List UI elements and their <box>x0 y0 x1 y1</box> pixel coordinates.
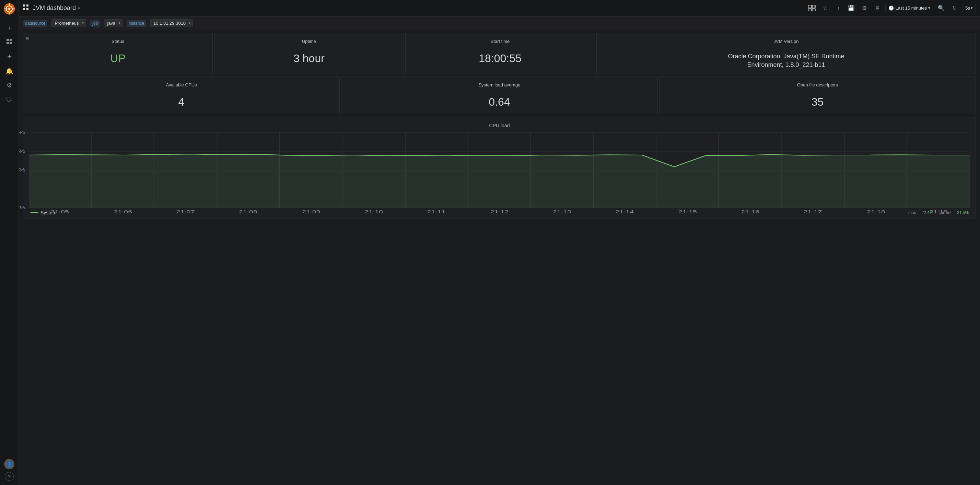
svg-rect-17 <box>808 9 811 11</box>
shield-icon: 🛡 <box>6 96 12 103</box>
sidebar-item-add[interactable]: ＋ <box>3 22 16 34</box>
instance-filter[interactable]: 10.1.81.29:3010 <box>150 19 193 27</box>
jvm-version-value: Oracle Corporation, Java(TM) SE RuntimeE… <box>602 52 970 69</box>
cpus-label: Available CPUs <box>29 82 334 87</box>
monitor-icon: 🖥 <box>875 5 880 11</box>
time-range-label: Last 15 minutes <box>895 5 927 11</box>
clock-icon: 🕐 <box>888 5 894 11</box>
topbar: JVM dashboard ▾ + ☆ ↑ 💾 <box>19 0 980 16</box>
cpus-value: 4 <box>29 96 334 108</box>
datasource-label: datasource <box>23 20 47 27</box>
load-average-card: System load average 0.64 <box>341 76 658 114</box>
svg-marker-59 <box>29 154 970 208</box>
refresh-icon: ↻ <box>952 5 957 11</box>
star-icon: ☆ <box>823 5 828 11</box>
svg-text:21:11: 21:11 <box>427 210 445 215</box>
svg-rect-18 <box>812 9 815 11</box>
svg-rect-11 <box>23 5 25 6</box>
add-icon: ＋ <box>6 24 12 32</box>
svg-rect-15 <box>808 5 811 8</box>
current-value: 21.5% <box>957 210 969 215</box>
start-time-value: 18:00:55 <box>411 52 589 65</box>
time-range-picker[interactable]: 🕐 Last 15 minutes ▾ <box>885 4 933 12</box>
dashboard-settings-button[interactable]: ⚙ <box>859 3 870 13</box>
job-filter[interactable]: java <box>104 19 123 27</box>
refresh-icon-btn[interactable]: ↻ <box>949 3 959 13</box>
svg-rect-10 <box>10 42 12 44</box>
sidebar-item-alerting[interactable]: 🔔 <box>3 65 16 77</box>
grafana-logo[interactable] <box>3 3 16 15</box>
status-card: ⊞ Status UP <box>23 33 213 75</box>
svg-rect-13 <box>23 8 25 10</box>
grid-menu-icon[interactable] <box>23 5 29 12</box>
svg-text:0%: 0% <box>19 205 25 211</box>
max-label: max <box>908 210 916 215</box>
job-select[interactable]: java <box>104 19 123 27</box>
status-value: UP <box>29 52 207 65</box>
cpu-load-svg: 30.0% 20.0% 10.0% 0% 21:05 21:06 21:07 2… <box>29 132 970 208</box>
add-panel-button[interactable]: + <box>807 3 817 13</box>
svg-rect-12 <box>26 5 29 6</box>
sidebar-item-explore[interactable]: ✦ <box>3 51 16 63</box>
legend-line-system <box>30 212 38 213</box>
start-time-label: Start time <box>411 39 589 44</box>
svg-text:21:12: 21:12 <box>490 210 509 215</box>
svg-text:21:13: 21:13 <box>553 210 571 215</box>
help-icon: ? <box>8 474 11 479</box>
dashboard-area: ⊞ Status UP Uptime 3 hour Start time 18:… <box>19 30 980 485</box>
file-descriptors-label: Open file descriptors <box>665 82 970 87</box>
cpu-load-chart-title: CPU load <box>29 123 970 128</box>
settings-icon: ⚙ <box>862 5 867 11</box>
search-button[interactable]: 🔍 <box>936 3 947 13</box>
svg-text:21:16: 21:16 <box>741 210 759 215</box>
status-label: Status <box>29 39 207 44</box>
svg-point-6 <box>8 8 10 10</box>
file-descriptors-value: 35 <box>665 96 970 108</box>
instance-select[interactable]: 10.1.81.29:3010 <box>150 19 193 27</box>
sidebar-item-settings[interactable]: ⚙ <box>3 79 16 92</box>
star-button[interactable]: ☆ <box>820 3 830 13</box>
refresh-interval-dropdown-icon: ▾ <box>971 6 973 10</box>
svg-rect-9 <box>6 42 9 44</box>
sidebar-item-shield[interactable]: 🛡 <box>3 94 16 106</box>
cpu-load-chart-panel: CPU load <box>23 117 976 218</box>
title-dropdown-icon[interactable]: ▾ <box>78 6 80 11</box>
save-button[interactable]: 💾 <box>846 3 856 13</box>
explore-icon: ✦ <box>7 53 12 60</box>
sidebar: ＋ ✦ 🔔 ⚙ 🛡 👤 ? <box>0 0 19 485</box>
datasource-filter[interactable]: Prometheus <box>51 19 86 27</box>
svg-text:30.0%: 30.0% <box>19 130 25 135</box>
svg-text:21:15: 21:15 <box>678 210 697 215</box>
share-icon: ↑ <box>837 5 840 11</box>
save-icon: 💾 <box>848 5 855 11</box>
svg-rect-7 <box>6 39 9 41</box>
stats-row-1: ⊞ Status UP Uptime 3 hour Start time 18:… <box>23 33 976 75</box>
monitor-button[interactable]: 🖥 <box>872 3 883 13</box>
user-avatar[interactable]: 👤 <box>4 459 14 469</box>
external-link-icon[interactable]: ⊞ <box>26 36 29 40</box>
share-button[interactable]: ↑ <box>833 3 843 13</box>
refresh-interval-label: 5s <box>965 5 970 11</box>
jvm-version-label: JVM Version <box>602 39 970 44</box>
main-content: JVM dashboard ▾ + ☆ ↑ 💾 <box>19 0 980 485</box>
svg-text:21:18: 21:18 <box>867 210 885 215</box>
bell-icon: 🔔 <box>5 67 13 75</box>
svg-rect-14 <box>26 8 29 10</box>
svg-text:20.0%: 20.0% <box>19 149 25 154</box>
search-icon: 🔍 <box>938 5 945 11</box>
datasource-select[interactable]: Prometheus <box>51 19 86 27</box>
svg-text:21:05: 21:05 <box>51 210 69 215</box>
sidebar-item-help[interactable]: ? <box>5 472 14 481</box>
load-average-label: System load average <box>347 82 652 87</box>
refresh-interval-button[interactable]: 5s ▾ <box>962 4 976 12</box>
svg-text:21:09: 21:09 <box>302 210 320 215</box>
uptime-label: Uptime <box>220 39 398 44</box>
svg-text:21:19: 21:19 <box>929 210 948 215</box>
svg-text:21:10: 21:10 <box>364 210 383 215</box>
svg-text:21:07: 21:07 <box>177 210 195 215</box>
page-title: JVM dashboard <box>33 5 76 12</box>
sidebar-item-dashboards[interactable] <box>3 36 16 48</box>
instance-label: instance <box>127 20 146 27</box>
dashboards-icon <box>6 38 12 46</box>
load-average-value: 0.64 <box>347 96 652 108</box>
